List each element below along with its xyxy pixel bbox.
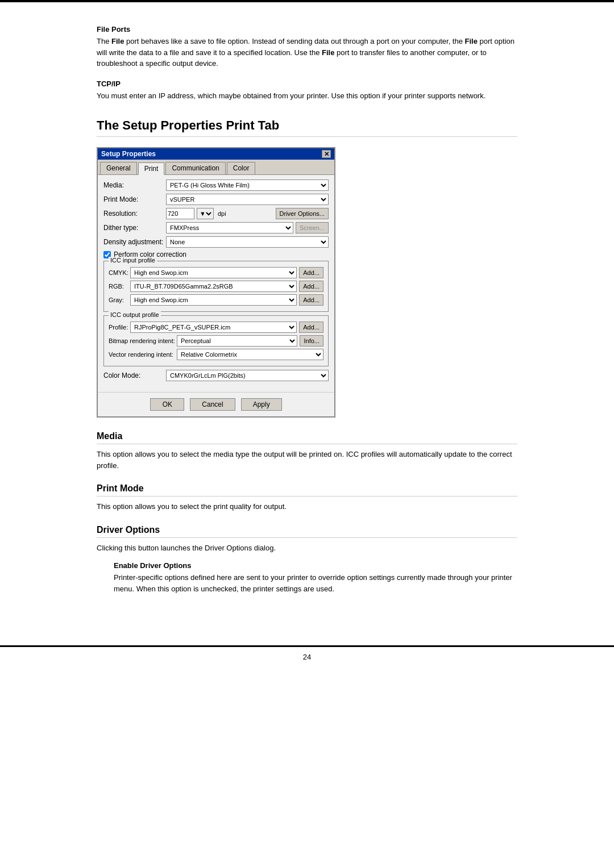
cancel-button[interactable]: Cancel	[190, 398, 235, 411]
dither-select[interactable]: FMXPress	[166, 222, 293, 233]
resolution-unit-select[interactable]: ▼	[197, 208, 214, 219]
profile-add-button[interactable]: Add...	[299, 322, 323, 333]
icc-output-groupbox: ICC output profile Profile: RJProPig8C_P…	[103, 315, 329, 366]
icc-input-groupbox: ICC input profile CMYK: High end Swop.ic…	[103, 261, 329, 312]
driver-options-button[interactable]: Driver Options...	[276, 208, 329, 219]
file-ports-title: File Ports	[97, 25, 517, 34]
dialog-title: Setup Properties	[101, 150, 156, 158]
bitmap-intent-label: Bitmap rendering intent:	[109, 337, 177, 344]
enable-driver-options-text: Printer-specific options defined here ar…	[114, 572, 517, 594]
tcpip-text: You must enter an IP address, which mayb…	[97, 90, 517, 102]
profile-row: Profile: RJProPig8C_PET-G_vSUPER.icm Add…	[109, 322, 323, 333]
rgb-label: RGB:	[109, 283, 130, 290]
resolution-input-group: ▼ dpi	[166, 208, 226, 219]
dialog-tabs: General Print Communication Color	[98, 160, 334, 175]
color-mode-label: Color Mode:	[103, 372, 166, 379]
gray-add-button[interactable]: Add...	[299, 294, 323, 306]
ok-button[interactable]: OK	[150, 398, 184, 411]
color-mode-select[interactable]: CMYK0rGrLcLm PlG(2bits)	[166, 370, 329, 381]
dialog-wrapper: Setup Properties ✕ General Print Communi…	[97, 147, 517, 418]
dither-label: Dither type:	[103, 224, 166, 232]
rgb-add-button[interactable]: Add...	[299, 281, 323, 292]
cmyk-select[interactable]: High end Swop.icm	[130, 267, 297, 278]
bitmap-intent-select[interactable]: Perceptual	[177, 335, 297, 347]
gray-select[interactable]: High end Swop.icm	[130, 294, 297, 306]
rgb-row: RGB: ITU-R_BT.709D65Gamma2.2sRGB Add...	[109, 281, 323, 292]
density-row: Density adjustment: None	[103, 236, 329, 248]
tab-color[interactable]: Color	[227, 162, 256, 174]
resolution-row: Resolution: ▼ dpi Driver Options...	[103, 208, 329, 219]
main-heading: The Setup Properties Print Tab	[97, 118, 517, 137]
driver-options-section-heading: Driver Options	[97, 525, 517, 538]
density-select[interactable]: None	[166, 236, 329, 248]
icc-input-inner: CMYK: High end Swop.icm Add... RGB: ITU-…	[109, 267, 323, 306]
density-label: Density adjustment:	[103, 238, 166, 246]
media-section-heading: Media	[97, 431, 517, 444]
profile-label: Profile:	[109, 324, 130, 331]
dither-row: Dither type: FMXPress Screen...	[103, 222, 329, 233]
file-ports-section: File Ports The File port behaves like a …	[97, 25, 517, 69]
icc-input-group-label: ICC input profile	[109, 257, 157, 264]
vector-intent-row: Vector rendering intent: Relative Colorm…	[109, 349, 323, 360]
tab-communication[interactable]: Communication	[165, 162, 225, 174]
print-mode-section-heading: Print Mode	[97, 483, 517, 496]
print-mode-section-text: This option allows you to select the pri…	[97, 501, 517, 512]
cmyk-add-button[interactable]: Add...	[299, 267, 323, 278]
tcpip-section: TCP/IP You must enter an IP address, whi…	[97, 80, 517, 102]
color-mode-row: Color Mode: CMYK0rGrLcLm PlG(2bits)	[103, 370, 329, 381]
media-row: Media: PET-G (Hi Gloss White Film)	[103, 180, 329, 191]
driver-options-section-text: Clicking this button launches the Driver…	[97, 542, 517, 554]
resolution-label: Resolution:	[103, 210, 166, 218]
print-mode-row: Print Mode: vSUPER	[103, 194, 329, 205]
cmyk-label: CMYK:	[109, 269, 130, 276]
dialog-body: Media: PET-G (Hi Gloss White Film) Print…	[98, 175, 334, 389]
tcpip-title: TCP/IP	[97, 80, 517, 88]
resolution-input[interactable]	[166, 208, 194, 219]
vector-intent-select[interactable]: Relative Colormetrix	[177, 349, 323, 360]
profile-select[interactable]: RJProPig8C_PET-G_vSUPER.icm	[130, 322, 297, 333]
print-mode-select[interactable]: vSUPER	[166, 194, 329, 205]
media-select[interactable]: PET-G (Hi Gloss White Film)	[166, 180, 329, 191]
enable-driver-options-subheading: Enable Driver Options	[114, 561, 517, 570]
dpi-label: dpi	[218, 210, 226, 217]
screen-button[interactable]: Screen...	[296, 222, 329, 233]
icc-output-group-label: ICC output profile	[109, 311, 161, 318]
rgb-select[interactable]: ITU-R_BT.709D65Gamma2.2sRGB	[130, 281, 297, 292]
cmyk-row: CMYK: High end Swop.icm Add...	[109, 267, 323, 278]
gray-row: Gray: High end Swop.icm Add...	[109, 294, 323, 306]
tab-general[interactable]: General	[100, 162, 137, 174]
bitmap-intent-row: Bitmap rendering intent: Perceptual Info…	[109, 335, 323, 347]
print-mode-label: Print Mode:	[103, 195, 166, 203]
icc-output-inner: Profile: RJProPig8C_PET-G_vSUPER.icm Add…	[109, 322, 323, 360]
apply-button[interactable]: Apply	[241, 398, 282, 411]
vector-intent-label: Vector rendering intent:	[109, 351, 177, 358]
dialog-close-button[interactable]: ✕	[322, 150, 331, 158]
media-section-text: This option allows you to select the med…	[97, 449, 517, 471]
tab-print[interactable]: Print	[138, 162, 165, 175]
dialog-footer: OK Cancel Apply	[98, 392, 334, 416]
gray-label: Gray:	[109, 297, 130, 303]
info-button[interactable]: Info...	[300, 335, 323, 347]
setup-properties-dialog: Setup Properties ✕ General Print Communi…	[97, 147, 335, 418]
media-label: Media:	[103, 181, 166, 189]
file-ports-text: The File port behaves like a save to fil…	[97, 36, 517, 69]
page-number: 24	[0, 653, 614, 661]
dialog-titlebar: Setup Properties ✕	[98, 148, 334, 160]
